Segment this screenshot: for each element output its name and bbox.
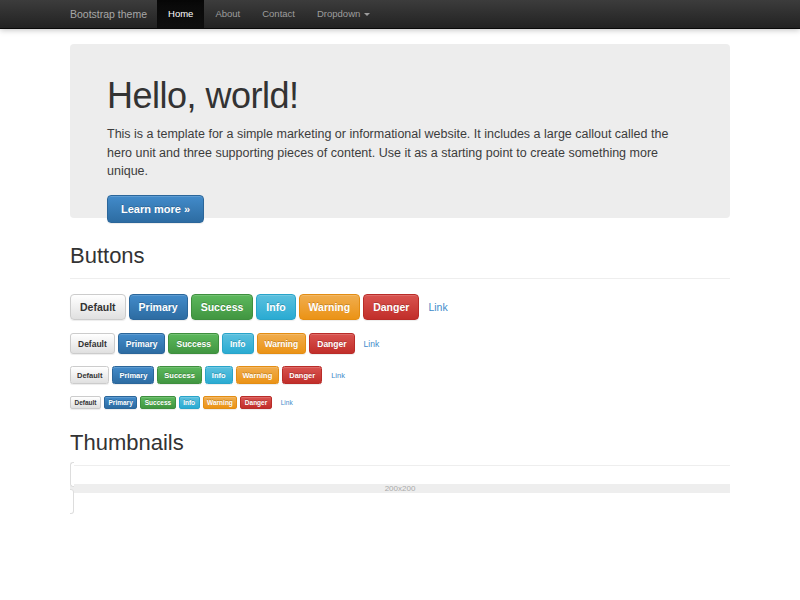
primary-button-xs[interactable]: Primary [104,396,137,409]
hero-description: This is a template for a simple marketin… [107,125,694,181]
warning-button-xs[interactable]: Warning [203,396,238,409]
learn-more-button[interactable]: Learn more » [107,195,204,223]
info-button-lg[interactable]: Info [256,294,295,320]
nav-item-dropdown[interactable]: Dropdown [306,0,381,28]
warning-button-lg[interactable]: Warning [299,294,361,320]
primary-button-lg[interactable]: Primary [129,294,188,320]
info-button-xs[interactable]: Info [179,396,200,409]
nav-item-about[interactable]: About [204,0,251,28]
danger-button-md[interactable]: Danger [309,333,354,354]
default-button-sm[interactable]: Default [70,366,109,384]
button-row-small: Default Primary Success Info Warning Dan… [70,366,730,384]
warning-button-sm[interactable]: Warning [236,366,280,384]
info-button-md[interactable]: Info [222,333,254,354]
thumbnails-section-title: Thumbnails [70,430,730,456]
nav-item-home[interactable]: Home [157,0,204,28]
success-button-sm[interactable]: Success [157,366,201,384]
button-row-extra-small: Default Primary Success Info Warning Dan… [70,396,730,409]
danger-button-lg[interactable]: Danger [363,294,419,320]
placeholder-image: 200x200 [70,484,730,493]
primary-button-md[interactable]: Primary [118,333,166,354]
link-button-md[interactable]: Link [364,339,380,349]
success-button-md[interactable]: Success [168,333,219,354]
thumbnail-item[interactable]: 200x200 [70,462,730,514]
nav-item-contact[interactable]: Contact [251,0,306,28]
buttons-section-header: Buttons [70,243,730,279]
info-button-sm[interactable]: Info [205,366,233,384]
buttons-section-title: Buttons [70,243,730,269]
default-button-lg[interactable]: Default [70,294,126,320]
link-button-lg[interactable]: Link [428,301,447,313]
navbar-nav: Home About Contact Dropdown [157,0,381,28]
danger-button-xs[interactable]: Danger [240,396,271,409]
warning-button-md[interactable]: Warning [257,333,307,354]
success-button-xs[interactable]: Success [140,396,175,409]
danger-button-sm[interactable]: Danger [282,366,322,384]
link-button-sm[interactable]: Link [331,371,345,380]
link-button-xs[interactable]: Link [281,399,293,406]
primary-button-sm[interactable]: Primary [112,366,154,384]
button-row-large: Default Primary Success Info Warning Dan… [70,294,730,320]
nav-item-dropdown-label: Dropdown [317,8,360,19]
default-button-xs[interactable]: Default [70,396,101,409]
caret-down-icon [364,13,370,16]
navbar: Bootstrap theme Home About Contact Dropd… [0,0,800,29]
default-button-md[interactable]: Default [70,333,115,354]
thumbnails-section-header: Thumbnails [70,430,730,466]
hero-title: Hello, world! [107,78,694,114]
navbar-brand[interactable]: Bootstrap theme [70,0,157,28]
button-row-default: Default Primary Success Info Warning Dan… [70,333,730,354]
success-button-lg[interactable]: Success [191,294,254,320]
hero-unit: Hello, world! This is a template for a s… [70,44,730,218]
